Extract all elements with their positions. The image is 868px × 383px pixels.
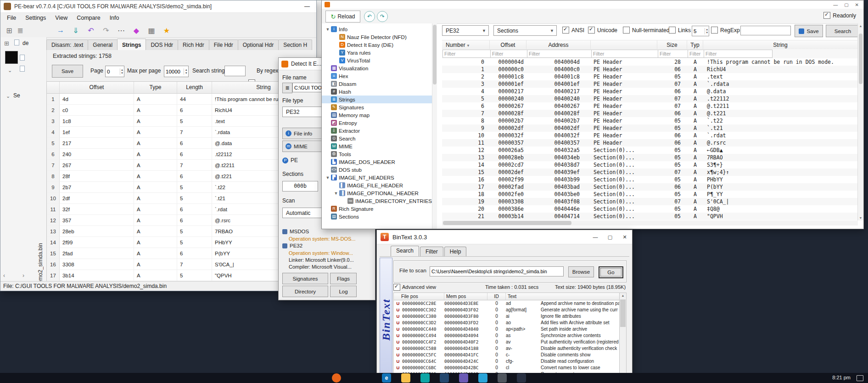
column-header-offset[interactable]: Offset <box>60 82 134 93</box>
min-length-input[interactable] <box>692 26 705 36</box>
table-row[interactable]: 828fA6@.t221 <box>47 171 315 182</box>
result-line[interactable]: Operation system: Window... <box>289 250 353 256</box>
taskbar-app-icon-6[interactable] <box>517 373 526 383</box>
tab-file-hdr[interactable]: File Hdr <box>209 39 238 50</box>
option-ansi[interactable]: ANSI <box>562 27 584 34</box>
result-line[interactable]: Linker: Microsoft Linker(9.0... <box>289 257 354 263</box>
tab-dos-hdr[interactable]: DOS Hdr <box>146 39 178 50</box>
file-to-scan-input[interactable] <box>430 266 564 276</box>
taskbar-app-icon-3[interactable] <box>459 373 468 383</box>
tab-optional-hdr[interactable]: Optional Hdr <box>238 39 279 50</box>
max-per-page-input[interactable] <box>164 66 184 77</box>
dos-header-thumbnail[interactable] <box>5 51 18 64</box>
table-row[interactable]: 5217A6@.data <box>47 138 315 149</box>
tab-filter[interactable]: Filter <box>420 247 443 256</box>
sidebar-item-mime[interactable]: MMIME <box>322 142 436 150</box>
filter-input[interactable] <box>591 50 660 58</box>
spinner-arrows-icon[interactable]: ▲▼ <box>705 28 709 34</box>
table-row[interactable]: 1132fA6`.rdat <box>47 204 315 215</box>
option-unicode[interactable]: Unicode <box>588 27 617 34</box>
filter-input[interactable] <box>704 50 773 58</box>
table-row[interactable]: U00000000CC30200000004D3F020ag[format]Ge… <box>394 307 620 313</box>
reload-button[interactable]: ↻ Reload <box>325 11 360 23</box>
sidebar-item-signatures[interactable]: ✎Signatures <box>322 103 436 111</box>
tab-rich-hdr[interactable]: Rich Hdr <box>178 39 209 50</box>
table-row[interactable]: 163308A7S'0CA_| <box>47 259 315 270</box>
sidebar-item-image-nt-headers[interactable]: ▼▛IMAGE_NT_HEADERS <box>322 174 436 181</box>
table-row[interactable]: 142f99A5PHbYY <box>47 237 315 248</box>
regexp-checkbox[interactable] <box>711 27 718 34</box>
column-header-length[interactable]: Length <box>177 82 212 93</box>
sidebar-item-dos-stub[interactable]: <>DOS stub <box>322 166 436 174</box>
column-header-number[interactable]: Number ▼ <box>442 40 490 50</box>
file-icon[interactable] <box>14 39 19 45</box>
pebear-title-bar[interactable]: PE-bear v0.7.0.4 [C:/GUI TOOLS FOR MALWA… <box>0 0 316 13</box>
die-main-title-bar[interactable]: — ▢ ✕ <box>322 0 863 9</box>
page-stepper[interactable]: ▲▼ <box>105 66 124 77</box>
null-terminated-checkbox[interactable] <box>623 27 630 34</box>
table-row[interactable]: 41efA7`.rdata <box>47 127 315 138</box>
close-button[interactable]: ✕ <box>855 2 859 7</box>
table-row[interactable]: U00000000CC5FC00000004D41FC0c-Disable co… <box>394 352 620 358</box>
table-row[interactable]: 152fadA6P(bYY <box>47 248 315 259</box>
table-row[interactable]: 102dfA5`.t21 <box>47 193 315 204</box>
sidebar-item-image-directory-entries[interactable]: ≔IMAGE_DIRECTORY_ENTRIES <box>322 197 436 205</box>
tree-panel-icon[interactable]: ≣ <box>15 25 25 35</box>
sidebar-item-yara-rules[interactable]: YYara rules <box>322 49 436 56</box>
chevron-down-icon[interactable]: ▼ <box>325 27 331 32</box>
search-button[interactable]: Search <box>826 25 860 37</box>
column-header-region[interactable] <box>591 40 657 50</box>
table-row[interactable]: 1500002def004039efSection(0)...07Ax¶w;4}… <box>442 169 858 176</box>
regexp-option[interactable]: RegExp <box>711 27 740 34</box>
chevron-down-icon[interactable]: ⌄ <box>6 93 10 99</box>
table-row[interactable]: 12000026a5004032a5Section(0)...05A←GDB▲ <box>442 146 858 154</box>
table-row[interactable]: 00000004d0040004dPE Header28A!This progr… <box>442 58 858 66</box>
table-row[interactable]: 2000001c8004001c8PE Header05A.text <box>442 73 858 80</box>
undo-icon[interactable]: ↶ <box>86 25 96 35</box>
tab-help[interactable]: Help <box>444 247 467 256</box>
table-row[interactable]: 1000000c0004000c0PE Header06ARichU4 <box>442 66 858 73</box>
menu-item-view[interactable]: View <box>50 13 72 23</box>
sidebar-item-strings[interactable]: ≣Strings <box>322 96 436 103</box>
section-icon[interactable] <box>20 55 25 61</box>
sidebar-item-image-optional-header[interactable]: ▼▐IMAGE_OPTIONAL_HEADER <box>322 189 436 197</box>
minimize-button[interactable]: — <box>833 2 838 7</box>
region-combo[interactable]: Sections ▼ <box>493 25 557 36</box>
table-row[interactable]: 7267A7@.t2211 <box>47 160 315 171</box>
list-icon[interactable]: ≣ <box>282 83 292 93</box>
more-icon[interactable]: ⋯ <box>116 25 126 35</box>
table-row[interactable]: U00000000CC58800000004D41880av-Disable a… <box>394 345 620 352</box>
table-row[interactable]: U00000000CC3D200000004D3FD20aoAdd files … <box>394 320 620 326</box>
table-row[interactable]: U00000000CC49400000004D40940asSynchroniz… <box>394 332 620 339</box>
notification-icon[interactable] <box>857 375 863 381</box>
table-row[interactable]: 1700002fad00403badSection(0)...06AP(bYY <box>442 183 858 191</box>
result-line[interactable]: Operation system: MS-DOS... <box>289 236 355 242</box>
section-icon[interactable] <box>20 66 25 72</box>
sidebar-item-entropy[interactable]: ◩Entropy <box>322 119 436 127</box>
page-input[interactable] <box>106 66 120 77</box>
taskbar-app-icon-4[interactable] <box>478 373 487 383</box>
back-icon[interactable]: ↶ <box>364 11 375 22</box>
option-links[interactable]: Links <box>669 27 691 34</box>
table-row[interactable]: 173b14A5"QPVH <box>47 270 315 281</box>
menu-item-compare[interactable]: Compare <box>72 13 105 23</box>
compare-icon[interactable]: ▦ <box>146 25 157 35</box>
vertical-scrollbar[interactable]: ▲ ▼ <box>619 293 627 383</box>
search-pattern-input[interactable] <box>740 26 791 35</box>
table-row[interactable]: U00000000CC6BC00000004D42BC0clConvert na… <box>394 365 620 371</box>
column-header-offset[interactable]: Offset <box>490 40 526 50</box>
table-row[interactable]: U00000000CC28E00000004D3E8E0adAppend arc… <box>394 300 620 307</box>
clock[interactable]: 8:21 pm <box>832 375 851 380</box>
table-row[interactable]: 1800002fe000403be0Section(0)...05AP¶_YY <box>442 191 858 198</box>
table-row[interactable]: 6240A6.t22112 <box>47 149 315 160</box>
pe-indicator[interactable]: P PE <box>282 157 298 163</box>
table-row[interactable]: 92b7A5`.t22 <box>47 182 315 193</box>
tree-scrollbar[interactable] <box>432 23 437 229</box>
save-button[interactable]: Save <box>795 25 823 37</box>
browse-button[interactable]: Browse <box>568 266 594 277</box>
directory-button[interactable]: Directory <box>282 286 328 297</box>
table-row[interactable]: 8000002b7004002b7PE Header05A`.t22 <box>442 117 858 124</box>
scroll-down-icon[interactable]: ▼ <box>858 216 863 220</box>
table-row[interactable]: 50000024000400240PE Header07A.t22112 <box>442 95 858 102</box>
option-null-terminated[interactable]: Null-terminated <box>623 27 669 34</box>
